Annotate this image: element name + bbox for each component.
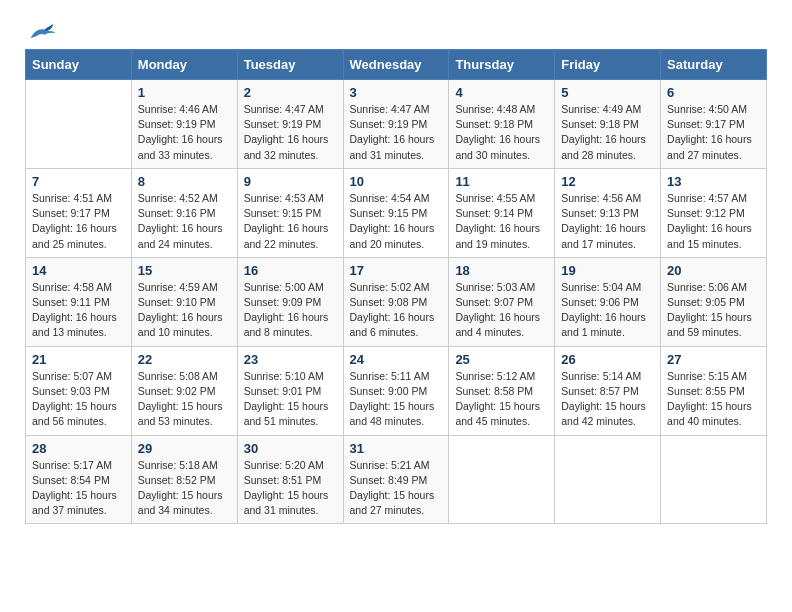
calendar-cell: 14Sunrise: 4:58 AM Sunset: 9:11 PM Dayli… <box>26 257 132 346</box>
calendar-cell: 2Sunrise: 4:47 AM Sunset: 9:19 PM Daylig… <box>237 80 343 169</box>
calendar-cell <box>26 80 132 169</box>
weekday-header-tuesday: Tuesday <box>237 50 343 80</box>
day-number: 24 <box>350 352 443 367</box>
day-info: Sunrise: 4:58 AM Sunset: 9:11 PM Dayligh… <box>32 280 125 341</box>
day-info: Sunrise: 4:59 AM Sunset: 9:10 PM Dayligh… <box>138 280 231 341</box>
calendar-cell: 20Sunrise: 5:06 AM Sunset: 9:05 PM Dayli… <box>661 257 767 346</box>
calendar-cell: 23Sunrise: 5:10 AM Sunset: 9:01 PM Dayli… <box>237 346 343 435</box>
day-info: Sunrise: 4:46 AM Sunset: 9:19 PM Dayligh… <box>138 102 231 163</box>
calendar-week-row: 14Sunrise: 4:58 AM Sunset: 9:11 PM Dayli… <box>26 257 767 346</box>
weekday-header-saturday: Saturday <box>661 50 767 80</box>
calendar-cell: 11Sunrise: 4:55 AM Sunset: 9:14 PM Dayli… <box>449 168 555 257</box>
day-number: 27 <box>667 352 760 367</box>
day-number: 18 <box>455 263 548 278</box>
day-number: 28 <box>32 441 125 456</box>
day-number: 8 <box>138 174 231 189</box>
day-number: 9 <box>244 174 337 189</box>
day-info: Sunrise: 5:00 AM Sunset: 9:09 PM Dayligh… <box>244 280 337 341</box>
day-info: Sunrise: 5:03 AM Sunset: 9:07 PM Dayligh… <box>455 280 548 341</box>
calendar-cell: 1Sunrise: 4:46 AM Sunset: 9:19 PM Daylig… <box>131 80 237 169</box>
calendar-cell: 24Sunrise: 5:11 AM Sunset: 9:00 PM Dayli… <box>343 346 449 435</box>
day-number: 15 <box>138 263 231 278</box>
day-info: Sunrise: 5:20 AM Sunset: 8:51 PM Dayligh… <box>244 458 337 519</box>
calendar-table: SundayMondayTuesdayWednesdayThursdayFrid… <box>25 49 767 524</box>
calendar-cell <box>449 435 555 524</box>
calendar-cell: 8Sunrise: 4:52 AM Sunset: 9:16 PM Daylig… <box>131 168 237 257</box>
calendar-cell: 4Sunrise: 4:48 AM Sunset: 9:18 PM Daylig… <box>449 80 555 169</box>
day-info: Sunrise: 5:18 AM Sunset: 8:52 PM Dayligh… <box>138 458 231 519</box>
calendar-cell: 13Sunrise: 4:57 AM Sunset: 9:12 PM Dayli… <box>661 168 767 257</box>
day-number: 1 <box>138 85 231 100</box>
logo <box>25 20 55 41</box>
day-info: Sunrise: 4:48 AM Sunset: 9:18 PM Dayligh… <box>455 102 548 163</box>
calendar-cell: 7Sunrise: 4:51 AM Sunset: 9:17 PM Daylig… <box>26 168 132 257</box>
day-number: 26 <box>561 352 654 367</box>
day-info: Sunrise: 5:07 AM Sunset: 9:03 PM Dayligh… <box>32 369 125 430</box>
day-info: Sunrise: 5:08 AM Sunset: 9:02 PM Dayligh… <box>138 369 231 430</box>
day-number: 22 <box>138 352 231 367</box>
day-info: Sunrise: 4:57 AM Sunset: 9:12 PM Dayligh… <box>667 191 760 252</box>
weekday-header-row: SundayMondayTuesdayWednesdayThursdayFrid… <box>26 50 767 80</box>
calendar-cell: 18Sunrise: 5:03 AM Sunset: 9:07 PM Dayli… <box>449 257 555 346</box>
day-info: Sunrise: 5:12 AM Sunset: 8:58 PM Dayligh… <box>455 369 548 430</box>
page-header <box>25 20 767 41</box>
day-info: Sunrise: 4:47 AM Sunset: 9:19 PM Dayligh… <box>244 102 337 163</box>
calendar-cell: 16Sunrise: 5:00 AM Sunset: 9:09 PM Dayli… <box>237 257 343 346</box>
day-number: 2 <box>244 85 337 100</box>
day-info: Sunrise: 4:54 AM Sunset: 9:15 PM Dayligh… <box>350 191 443 252</box>
day-info: Sunrise: 5:11 AM Sunset: 9:00 PM Dayligh… <box>350 369 443 430</box>
day-number: 16 <box>244 263 337 278</box>
weekday-header-sunday: Sunday <box>26 50 132 80</box>
day-number: 7 <box>32 174 125 189</box>
calendar-cell: 3Sunrise: 4:47 AM Sunset: 9:19 PM Daylig… <box>343 80 449 169</box>
calendar-cell: 27Sunrise: 5:15 AM Sunset: 8:55 PM Dayli… <box>661 346 767 435</box>
day-number: 11 <box>455 174 548 189</box>
day-number: 25 <box>455 352 548 367</box>
weekday-header-thursday: Thursday <box>449 50 555 80</box>
calendar-cell: 31Sunrise: 5:21 AM Sunset: 8:49 PM Dayli… <box>343 435 449 524</box>
day-number: 23 <box>244 352 337 367</box>
day-info: Sunrise: 4:50 AM Sunset: 9:17 PM Dayligh… <box>667 102 760 163</box>
calendar-cell <box>555 435 661 524</box>
calendar-cell: 12Sunrise: 4:56 AM Sunset: 9:13 PM Dayli… <box>555 168 661 257</box>
day-number: 6 <box>667 85 760 100</box>
calendar-cell: 30Sunrise: 5:20 AM Sunset: 8:51 PM Dayli… <box>237 435 343 524</box>
day-info: Sunrise: 4:47 AM Sunset: 9:19 PM Dayligh… <box>350 102 443 163</box>
day-info: Sunrise: 4:53 AM Sunset: 9:15 PM Dayligh… <box>244 191 337 252</box>
day-info: Sunrise: 4:55 AM Sunset: 9:14 PM Dayligh… <box>455 191 548 252</box>
day-info: Sunrise: 5:21 AM Sunset: 8:49 PM Dayligh… <box>350 458 443 519</box>
day-info: Sunrise: 4:51 AM Sunset: 9:17 PM Dayligh… <box>32 191 125 252</box>
calendar-cell: 6Sunrise: 4:50 AM Sunset: 9:17 PM Daylig… <box>661 80 767 169</box>
day-info: Sunrise: 5:17 AM Sunset: 8:54 PM Dayligh… <box>32 458 125 519</box>
day-info: Sunrise: 5:10 AM Sunset: 9:01 PM Dayligh… <box>244 369 337 430</box>
day-number: 3 <box>350 85 443 100</box>
day-number: 13 <box>667 174 760 189</box>
day-info: Sunrise: 5:04 AM Sunset: 9:06 PM Dayligh… <box>561 280 654 341</box>
day-number: 20 <box>667 263 760 278</box>
calendar-cell: 22Sunrise: 5:08 AM Sunset: 9:02 PM Dayli… <box>131 346 237 435</box>
calendar-cell <box>661 435 767 524</box>
day-number: 17 <box>350 263 443 278</box>
day-number: 4 <box>455 85 548 100</box>
day-number: 31 <box>350 441 443 456</box>
calendar-cell: 25Sunrise: 5:12 AM Sunset: 8:58 PM Dayli… <box>449 346 555 435</box>
day-number: 30 <box>244 441 337 456</box>
weekday-header-monday: Monday <box>131 50 237 80</box>
day-info: Sunrise: 5:14 AM Sunset: 8:57 PM Dayligh… <box>561 369 654 430</box>
calendar-cell: 5Sunrise: 4:49 AM Sunset: 9:18 PM Daylig… <box>555 80 661 169</box>
day-info: Sunrise: 4:52 AM Sunset: 9:16 PM Dayligh… <box>138 191 231 252</box>
calendar-week-row: 28Sunrise: 5:17 AM Sunset: 8:54 PM Dayli… <box>26 435 767 524</box>
day-info: Sunrise: 5:06 AM Sunset: 9:05 PM Dayligh… <box>667 280 760 341</box>
calendar-week-row: 7Sunrise: 4:51 AM Sunset: 9:17 PM Daylig… <box>26 168 767 257</box>
day-number: 29 <box>138 441 231 456</box>
calendar-cell: 19Sunrise: 5:04 AM Sunset: 9:06 PM Dayli… <box>555 257 661 346</box>
day-info: Sunrise: 4:56 AM Sunset: 9:13 PM Dayligh… <box>561 191 654 252</box>
calendar-cell: 17Sunrise: 5:02 AM Sunset: 9:08 PM Dayli… <box>343 257 449 346</box>
calendar-week-row: 1Sunrise: 4:46 AM Sunset: 9:19 PM Daylig… <box>26 80 767 169</box>
calendar-cell: 28Sunrise: 5:17 AM Sunset: 8:54 PM Dayli… <box>26 435 132 524</box>
calendar-cell: 9Sunrise: 4:53 AM Sunset: 9:15 PM Daylig… <box>237 168 343 257</box>
calendar-cell: 15Sunrise: 4:59 AM Sunset: 9:10 PM Dayli… <box>131 257 237 346</box>
weekday-header-wednesday: Wednesday <box>343 50 449 80</box>
day-number: 12 <box>561 174 654 189</box>
calendar-cell: 29Sunrise: 5:18 AM Sunset: 8:52 PM Dayli… <box>131 435 237 524</box>
